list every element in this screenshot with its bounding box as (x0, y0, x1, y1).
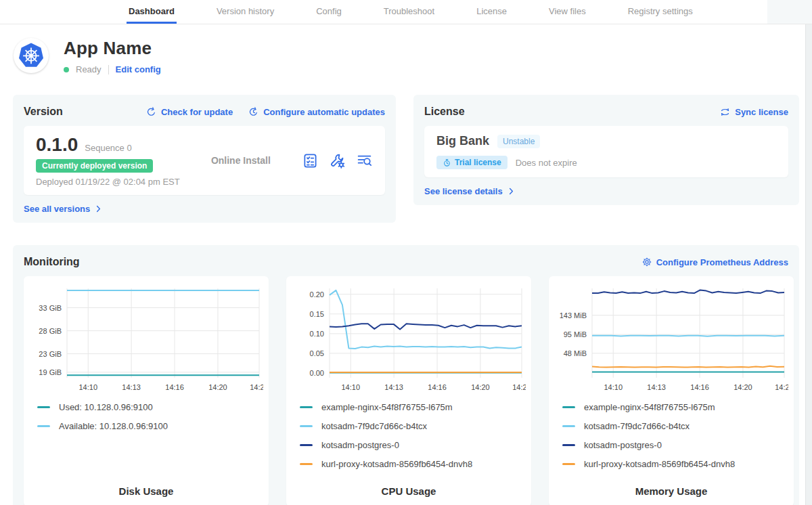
svg-text:0.00: 0.00 (310, 369, 324, 377)
svg-text:23 GiB: 23 GiB (39, 350, 62, 358)
cpu-usage-chart-card: 14:1014:1314:1614:2014:230.200.150.100.0… (286, 276, 531, 505)
tab-config[interactable]: Config (314, 0, 344, 24)
legend-label: kotsadm-7f9dc7d66c-b4tcx (321, 421, 427, 431)
monitoring-title: Monitoring (24, 256, 80, 268)
svg-text:14:10: 14:10 (78, 383, 97, 391)
legend-color-dash (300, 425, 313, 427)
legend-color-dash (37, 406, 50, 408)
cpu-usage-plot: 14:1014:1314:1614:2014:230.200.150.100.0… (292, 283, 526, 394)
version-panel: Version Check for update (13, 95, 396, 223)
tab-registry-settings[interactable]: Registry settings (626, 0, 695, 24)
svg-text:95 MiB: 95 MiB (564, 330, 587, 338)
nav-tabs: DashboardVersion historyConfigTroublesho… (127, 0, 695, 24)
license-type-badge: Trial license (436, 156, 508, 169)
see-all-versions-link[interactable]: See all versions (24, 204, 103, 214)
svg-text:14:16: 14:16 (428, 383, 447, 391)
disk-usage-plot: 14:1014:1314:1614:2014:2333 GiB28 GiB23 … (29, 283, 263, 394)
legend-color-dash (300, 406, 313, 408)
tab-view-files[interactable]: View files (547, 0, 588, 24)
license-panel: License Sync license Big Bank Unstable (413, 95, 799, 205)
disk-usage-chart-card: 14:1014:1314:1614:2014:2333 GiB28 GiB23 … (24, 276, 269, 505)
chart-legend: example-nginx-54f8f76755-l675mkotsadm-7f… (300, 401, 526, 470)
channel-badge: Unstable (497, 135, 540, 148)
svg-text:0.05: 0.05 (310, 349, 324, 357)
version-title: Version (24, 106, 63, 118)
kubernetes-icon (16, 41, 46, 70)
tab-dashboard[interactable]: Dashboard (127, 0, 177, 24)
tab-version-history[interactable]: Version history (215, 0, 276, 24)
edit-config-link[interactable]: Edit config (116, 64, 161, 74)
license-title: License (424, 106, 465, 118)
legend-item: example-nginx-54f8f76755-l675m (300, 401, 526, 413)
svg-text:14:23: 14:23 (775, 383, 788, 391)
memory-usage-plot: 14:1014:1314:1614:2014:23143 MiB95 MiB48… (554, 283, 788, 394)
legend-color-dash (562, 463, 575, 465)
version-number: 0.1.0 (36, 134, 78, 156)
svg-text:0.10: 0.10 (310, 330, 324, 338)
legend-item: example-nginx-54f8f76755-l675m (562, 401, 788, 413)
configure-automatic-updates-button[interactable]: Configure automatic updates (248, 106, 385, 118)
legend-item: kurl-proxy-kotsadm-8569fb6454-dnvh8 (300, 458, 526, 470)
monitoring-panel: Monitoring Configure Prometheus Address … (13, 245, 799, 505)
svg-text:14:23: 14:23 (250, 383, 263, 391)
tab-license[interactable]: License (474, 0, 509, 24)
check-for-update-button[interactable]: Check for update (145, 106, 233, 118)
svg-text:33 GiB: 33 GiB (39, 304, 62, 312)
svg-text:14:16: 14:16 (690, 383, 709, 391)
svg-text:14:13: 14:13 (122, 383, 141, 391)
deployed-timestamp: Deployed 01/19/22 @ 02:04 pm EST (36, 177, 180, 187)
app-status: Ready (76, 64, 102, 74)
clock-refresh-icon (248, 106, 259, 118)
legend-color-dash (300, 444, 313, 446)
wrench-gear-icon (329, 152, 346, 169)
legend-label: Available: 10.128.0.96:9100 (59, 421, 168, 431)
scrollbar[interactable] (805, 24, 812, 505)
legend-item: Available: 10.128.0.96:9100 (37, 420, 263, 432)
svg-text:14:23: 14:23 (512, 383, 526, 391)
top-navbar: DashboardVersion historyConfigTroublesho… (0, 0, 812, 24)
legend-item: kotsadm-postgres-0 (300, 439, 526, 451)
chart-legend: Used: 10.128.0.96:9100Available: 10.128.… (37, 401, 263, 432)
chevron-right-icon (94, 204, 103, 213)
chart-title: CPU Usage (292, 485, 526, 497)
app-name: App Name (64, 38, 161, 59)
sync-license-button[interactable]: Sync license (719, 106, 788, 118)
navbar-right-shade (767, 0, 812, 24)
stopwatch-icon (443, 158, 451, 167)
install-type: Online Install (180, 155, 302, 166)
refresh-icon (145, 106, 157, 118)
legend-label: example-nginx-54f8f76755-l675m (321, 402, 453, 412)
chart-legend: example-nginx-54f8f76755-l675mkotsadm-7f… (562, 401, 788, 470)
chart-title: Disk Usage (29, 485, 263, 497)
svg-text:14:13: 14:13 (647, 383, 666, 391)
see-license-details-link[interactable]: See license details (424, 186, 516, 196)
chart-title: Memory Usage (554, 485, 788, 497)
svg-text:14:20: 14:20 (471, 383, 490, 391)
legend-color-dash (562, 444, 575, 446)
configure-version-button[interactable] (329, 152, 346, 169)
current-version-card: 0.1.0 Sequence 0 Currently deployed vers… (24, 126, 385, 195)
svg-text:14:10: 14:10 (604, 383, 623, 391)
app-logo (14, 38, 49, 73)
app-header: App Name Ready Edit config (0, 24, 812, 95)
divider (108, 65, 109, 74)
svg-text:14:13: 14:13 (384, 383, 403, 391)
deploy-logs-button[interactable] (356, 152, 373, 169)
version-sequence: Sequence 0 (85, 143, 131, 153)
legend-item: kotsadm-postgres-0 (562, 439, 788, 451)
gear-icon (641, 257, 652, 267)
svg-text:28 GiB: 28 GiB (39, 327, 62, 335)
legend-item: kotsadm-7f9dc7d66c-b4tcx (300, 420, 526, 432)
legend-label: kurl-proxy-kotsadm-8569fb6454-dnvh8 (321, 459, 472, 469)
legend-label: kotsadm-postgres-0 (584, 440, 662, 450)
configure-prometheus-button[interactable]: Configure Prometheus Address (641, 257, 788, 267)
legend-label: kotsadm-7f9dc7d66c-b4tcx (584, 421, 690, 431)
legend-color-dash (300, 463, 313, 465)
legend-item: kurl-proxy-kotsadm-8569fb6454-dnvh8 (562, 458, 788, 470)
tab-troubleshoot[interactable]: Troubleshoot (382, 0, 436, 24)
preflight-checks-button[interactable] (302, 152, 319, 169)
legend-label: kurl-proxy-kotsadm-8569fb6454-dnvh8 (584, 459, 735, 469)
logs-search-icon (356, 152, 373, 169)
svg-text:14:20: 14:20 (208, 383, 227, 391)
legend-label: kotsadm-postgres-0 (321, 440, 399, 450)
